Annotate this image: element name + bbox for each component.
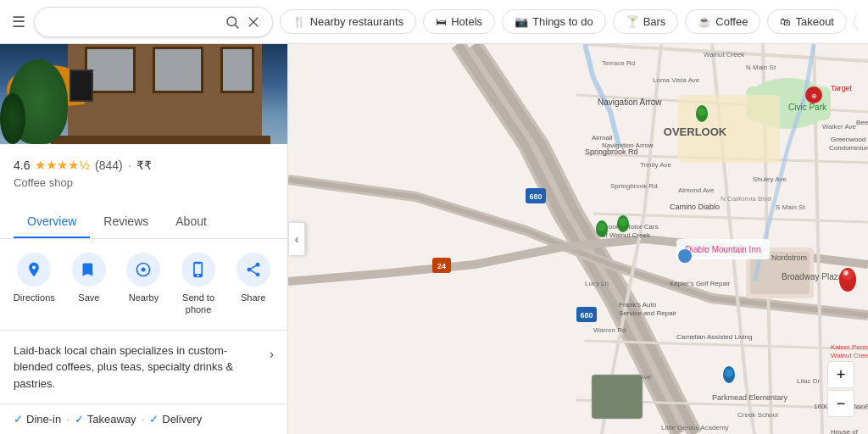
chip-label-hotels: Hotels (451, 15, 482, 28)
place-image (0, 44, 287, 144)
svg-text:Target: Target (831, 84, 853, 92)
chip-bars[interactable]: 🍸Bars (613, 9, 679, 34)
svg-text:Parkmead Elementary: Parkmead Elementary (712, 393, 788, 402)
svg-text:Navigation Arrow: Navigation Arrow (598, 97, 662, 107)
tab-reviews[interactable]: Reviews (90, 206, 162, 238)
chip-groceries[interactable]: 🛒Groceries (854, 9, 858, 34)
svg-text:Carnelian Assisted Living: Carnelian Assisted Living (676, 333, 752, 341)
chip-label-things-to-do: Things to do (532, 15, 593, 28)
collapse-icon: ‹ (295, 232, 299, 246)
chip-icon-hotels: 🛏 (436, 15, 447, 28)
action-send-to-phone-button[interactable]: Send tophone (173, 253, 224, 316)
svg-text:S Main St: S Main St (776, 203, 805, 211)
svg-text:Navigation Arrow: Navigation Arrow (602, 142, 654, 149)
price-range: ₹₹ (136, 159, 152, 172)
svg-text:House of: House of (831, 428, 859, 434)
svg-text:Trinity Ave: Trinity Ave (640, 161, 671, 169)
svg-text:Greenwood: Greenwood (831, 136, 865, 143)
top-bar: ☰ 🍴Nearby restaurants🛏Hotels📷Things to d… (0, 0, 868, 44)
action-label-save: Save (78, 292, 99, 303)
menu-icon: ☰ (12, 13, 25, 31)
svg-text:Springbrook Rd: Springbrook Rd (610, 182, 658, 190)
svg-text:Service and Repair: Service and Repair (619, 309, 676, 317)
svg-text:Frank's Auto: Frank's Auto (619, 301, 657, 309)
action-icon-save (72, 253, 106, 287)
svg-text:Walnut Creek: Walnut Creek (704, 51, 745, 58)
features: ✓Dine-in·✓Takeaway·✓Delivery (0, 404, 287, 434)
action-label-directions: Directions (14, 292, 55, 303)
svg-text:Diablo Mountain Inn: Diablo Mountain Inn (686, 245, 761, 254)
feature-takeaway: ✓Takeaway (75, 413, 136, 426)
action-nearby-button[interactable]: Nearby (118, 253, 169, 316)
chip-hotels[interactable]: 🛏Hotels (423, 9, 495, 34)
svg-point-49 (678, 249, 692, 263)
feature-separator: · (66, 413, 70, 426)
feature-delivery: ✓Delivery (149, 413, 202, 426)
svg-text:Kaiser Permanente: Kaiser Permanente (831, 343, 868, 351)
feature-separator: · (142, 413, 145, 426)
action-save-button[interactable]: Save (64, 253, 114, 316)
svg-text:Walnut Creek Medical...: Walnut Creek Medical... (831, 352, 868, 359)
feature-dine-in: ✓Dine-in (14, 413, 61, 426)
svg-text:Lilac Dr: Lilac Dr (797, 377, 820, 385)
chevron-right-icon: › (270, 344, 274, 364)
action-icon-share (236, 253, 270, 287)
chip-things-to-do[interactable]: 📷Things to do (502, 9, 606, 34)
chip-label-coffee: Coffee (715, 15, 748, 28)
svg-text:Shuley Ave: Shuley Ave (753, 175, 787, 183)
map-zoom-controls: + − (827, 361, 854, 417)
chip-nearby-restaurants[interactable]: 🍴Nearby restaurants (280, 9, 417, 34)
svg-text:24: 24 (437, 262, 446, 270)
svg-text:Brooks Motor Cars: Brooks Motor Cars (602, 223, 659, 231)
description[interactable]: Laid-back local chain specializes in cus… (0, 331, 287, 405)
svg-text:Nordstrom: Nordstrom (771, 253, 807, 262)
svg-point-61 (598, 223, 606, 231)
action-label-nearby: Nearby (129, 292, 159, 303)
collapse-panel-button[interactable]: ‹ (288, 222, 305, 256)
svg-text:Walker Ave: Walker Ave (822, 123, 857, 131)
search-button[interactable] (223, 13, 242, 31)
chip-takeout[interactable]: 🛍Takeout (767, 9, 847, 34)
check-icon: ✓ (75, 413, 84, 426)
separator: · (128, 159, 131, 172)
left-panel: 4.6 ★★★★½ (844) · ₹₹ Coffee shop Overvie… (0, 44, 288, 434)
svg-line-1 (235, 25, 238, 28)
svg-point-4 (142, 267, 146, 271)
svg-text:OVERLOOK: OVERLOOK (664, 125, 727, 138)
feature-label: Delivery (162, 413, 202, 426)
review-count: (844) (95, 159, 123, 172)
zoom-in-button[interactable]: + (827, 361, 854, 388)
svg-text:N Main St: N Main St (746, 64, 776, 71)
check-icon: ✓ (14, 413, 23, 426)
chip-coffee[interactable]: ☕Coffee (685, 9, 760, 34)
main-content: 4.6 ★★★★½ (844) · ₹₹ Coffee shop Overvie… (0, 44, 868, 434)
svg-text:Kepler's Golf Repair: Kepler's Golf Repair (670, 280, 731, 287)
chip-label-nearby-restaurants: Nearby restaurants (310, 15, 404, 28)
action-label-share: Share (241, 292, 265, 303)
actions: Directions Save Nearby Send tophone Shar… (0, 239, 287, 331)
check-icon: ✓ (149, 413, 159, 426)
svg-text:Airmall: Airmall (592, 134, 613, 142)
rating-row: 4.6 ★★★★½ (844) · ₹₹ (14, 158, 274, 173)
action-label-send-to-phone: Send tophone (182, 292, 214, 316)
description-text: Laid-back local chain specializes in cus… (14, 342, 263, 392)
search-input[interactable] (45, 15, 223, 29)
action-directions-button[interactable]: Directions (8, 253, 59, 316)
tab-overview[interactable]: Overview (14, 206, 90, 238)
zoom-out-button[interactable]: − (827, 390, 854, 417)
chip-label-takeout: Takeout (795, 15, 834, 28)
svg-text:⊕: ⊕ (811, 92, 817, 100)
svg-text:Creek School: Creek School (737, 411, 778, 419)
svg-point-69 (843, 270, 849, 275)
clear-button[interactable] (245, 14, 262, 31)
tab-about[interactable]: About (162, 206, 220, 238)
svg-text:Lucy Ln: Lucy Ln (585, 280, 609, 287)
svg-text:Camino Diablo: Camino Diablo (670, 203, 720, 211)
svg-text:Condominiums: Condominiums (829, 144, 868, 152)
chip-icon-things-to-do: 📷 (515, 15, 528, 28)
filter-chips: 🍴Nearby restaurants🛏Hotels📷Things to do🍸… (280, 9, 858, 34)
menu-button[interactable]: ☰ (10, 11, 27, 33)
action-icon-send-to-phone (181, 253, 215, 287)
action-share-button[interactable]: Share (228, 253, 279, 316)
place-type: Coffee shop (14, 176, 274, 189)
